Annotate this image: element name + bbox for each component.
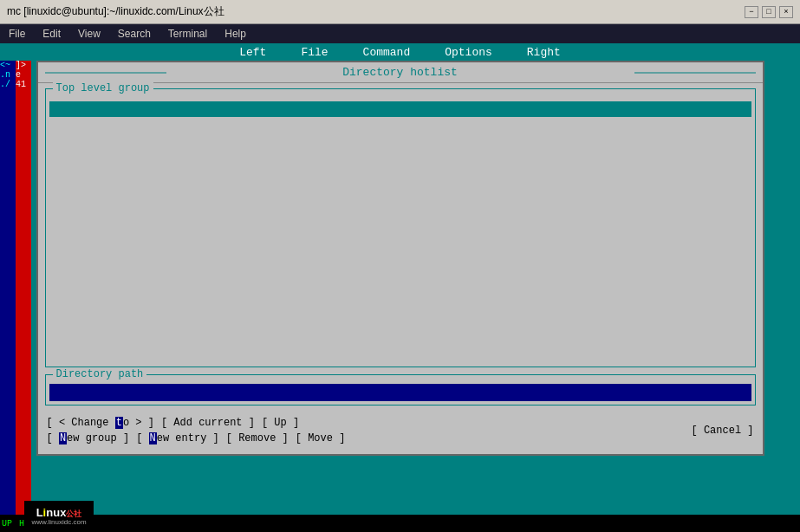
path-content [46, 375, 755, 405]
menu-terminal[interactable]: Terminal [163, 26, 212, 42]
btn-row-1: [ < Change to > ] [ Add current ] [ Up ] [45, 416, 348, 430]
path-label: Directory path [53, 368, 147, 380]
new-group-button[interactable]: [ New group ] [45, 431, 132, 445]
path-section: Directory path [45, 374, 756, 405]
nav-file[interactable]: File [301, 46, 328, 59]
dialog-title: Directory hotlist [38, 62, 763, 83]
maximize-button[interactable]: □ [762, 6, 776, 18]
dialog-overlay: Directory hotlist Top level group Direct… [0, 61, 800, 515]
nav-right[interactable]: Right [527, 46, 561, 59]
title-bar: mc [linuxidc@ubuntu]:~/linuxidc.com/Linu… [0, 0, 800, 24]
window-controls: − □ × [745, 6, 793, 18]
group-content[interactable] [46, 89, 755, 367]
linux-logo-url: www.linuxidc.com [31, 518, 86, 526]
group-section: Top level group [45, 88, 756, 367]
linux-logo: Linux公社 www.linuxidc.com [24, 501, 94, 532]
add-current-button[interactable]: [ Add current ] [159, 416, 257, 430]
close-button[interactable]: × [779, 6, 793, 18]
status-left: UP [0, 519, 17, 529]
buttons-left: [ < Change to > ] [ Add current ] [ Up ]… [45, 416, 348, 445]
cancel-button[interactable]: [ Cancel ] [689, 424, 755, 438]
move-button[interactable]: [ Move ] [294, 431, 348, 445]
nav-command[interactable]: Command [363, 46, 411, 59]
linux-logo-text: Linux公社 [36, 507, 82, 518]
selected-item[interactable] [49, 101, 751, 117]
menu-file[interactable]: File [3, 26, 30, 42]
group-label: Top level group [53, 82, 153, 94]
menu-edit[interactable]: Edit [37, 26, 66, 42]
directory-hotlist-dialog: Directory hotlist Top level group Direct… [36, 61, 764, 456]
path-input[interactable] [49, 384, 751, 401]
change-to-button[interactable]: [ < Change to > ] [45, 416, 156, 430]
menu-help[interactable]: Help [219, 26, 251, 42]
btn-row-2: [ New group ] [ New entry ] [ Remove ] [… [45, 431, 348, 445]
menu-view[interactable]: View [73, 26, 106, 42]
menu-bar: File Edit View Search Terminal Help [0, 24, 800, 43]
minimize-button[interactable]: − [745, 6, 758, 18]
new-entry-button[interactable]: [ New entry ] [134, 431, 221, 445]
nav-left[interactable]: Left [239, 46, 266, 59]
nav-options[interactable]: Options [445, 46, 492, 59]
bottom-area: UP Hi Linux公社 www.linuxidc.com 1 Help 2 … [0, 515, 800, 532]
status-bar: UP Hi Linux公社 www.linuxidc.com [0, 515, 800, 532]
up-button[interactable]: [ Up ] [260, 416, 301, 430]
main-content: Left File Command Options Right <~ .n ./… [0, 43, 800, 515]
nav-bar: Left File Command Options Right [0, 43, 800, 61]
remove-button[interactable]: [ Remove ] [224, 431, 290, 445]
window-title: mc [linuxidc@ubuntu]:~/linuxidc.com/Linu… [7, 4, 224, 19]
panels-area: <~ .n ./ Directory hotlist Top level gro… [0, 61, 800, 515]
dialog-body: Top level group Directory path [38, 83, 763, 454]
buttons-area: [ < Change to > ] [ Add current ] [ Up ]… [45, 412, 756, 449]
menu-search[interactable]: Search [113, 26, 156, 42]
